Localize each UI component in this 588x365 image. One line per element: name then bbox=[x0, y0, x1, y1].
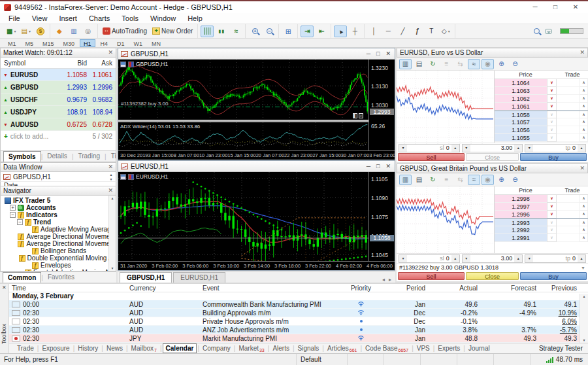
menu-window[interactable]: Window bbox=[144, 13, 182, 24]
calendar-scrollbar[interactable]: ▲▼ bbox=[580, 294, 588, 343]
zoom-in-button[interactable]: + bbox=[248, 26, 261, 37]
tab-details[interactable]: Details bbox=[42, 151, 72, 162]
dom-zoom-in-icon[interactable]: ⊕ bbox=[495, 175, 508, 185]
decrement-button[interactable]: ▾ bbox=[463, 255, 470, 262]
close-icon[interactable]: ✕ bbox=[580, 165, 585, 171]
gbpusd-window-titlebar[interactable]: GBPUSD,H1 ─ □ ✕ bbox=[118, 48, 395, 60]
sell-spin-button[interactable]: ∨ bbox=[547, 79, 557, 87]
close-icon[interactable]: ✕ bbox=[2, 285, 7, 290]
calendar-event-row[interactable]: 00:00AUDCommonwealth Bank Manufacturing … bbox=[9, 300, 588, 309]
search-icon[interactable] bbox=[534, 28, 540, 34]
timeframe-m15[interactable]: M15 bbox=[39, 39, 58, 47]
market-watch-row[interactable]: ▼EURUSD1.10581.1061 bbox=[1, 69, 116, 81]
restore-icon[interactable]: □ bbox=[376, 163, 380, 169]
column-previous[interactable]: Previous bbox=[539, 285, 580, 292]
increment-button[interactable]: ▴ bbox=[451, 145, 459, 152]
timeframe-d1[interactable]: D1 bbox=[113, 39, 129, 47]
close-icon[interactable]: ✕ bbox=[108, 188, 113, 194]
toolbox-tab-trade[interactable]: Trade bbox=[14, 344, 37, 353]
eurusd-chart-canvas[interactable]: EURUSD,H1 1.11051.10901.10751.10601.1045… bbox=[118, 172, 395, 270]
decrement-button[interactable]: ▾ bbox=[399, 145, 407, 152]
menu-charts[interactable]: Charts bbox=[83, 13, 116, 24]
expand-icon[interactable]: + bbox=[10, 205, 16, 211]
tab-trading[interactable]: Trading bbox=[73, 151, 105, 162]
toolbox-tab-alerts[interactable]: Alerts bbox=[270, 344, 292, 353]
increment-button[interactable]: ▴ bbox=[514, 145, 522, 152]
sell-spin-button[interactable]: ∨ bbox=[547, 195, 557, 203]
sell-spin-button[interactable]: ∨ bbox=[547, 87, 557, 95]
dom-zoom-out-icon[interactable]: ⊖ bbox=[509, 175, 521, 185]
calendar-event-row[interactable]: 02:30AUDANZ Job Advertisements m/mJan3.8… bbox=[9, 326, 588, 334]
sell-spin-button[interactable]: ∨ bbox=[547, 134, 557, 142]
buy-spin-button[interactable]: ∧ bbox=[580, 219, 588, 226]
close-button[interactable]: ✕ bbox=[567, 1, 584, 13]
tree-item-indicators[interactable]: −fIndicators bbox=[1, 211, 116, 218]
zoom-out-button[interactable]: − bbox=[263, 26, 276, 37]
tab-favorites[interactable]: Favorites bbox=[43, 272, 79, 283]
close-icon[interactable]: ✕ bbox=[385, 50, 391, 57]
buy-spin-button[interactable]: ∧ bbox=[580, 226, 588, 234]
dom-refresh-icon[interactable]: ↻ bbox=[427, 59, 439, 69]
dom-position-row[interactable]: #11392292 buy 3.00 GBPUSD 1.3018▼ bbox=[397, 263, 588, 271]
toolbox-tab-news[interactable]: News bbox=[104, 344, 125, 353]
toolbox-tab-calendar[interactable]: Calendar bbox=[163, 343, 197, 353]
dom-transfer-icon[interactable]: ⇆ bbox=[454, 175, 466, 185]
dom-depth-icon[interactable]: ≡ bbox=[440, 175, 453, 185]
chart-shift-button[interactable]: ⇤ bbox=[315, 26, 328, 37]
tree-item-average-directional-movement[interactable]: fAverage Directional Movement bbox=[1, 240, 116, 247]
market-watch-row[interactable]: ▲USDJPY108.91108.94 bbox=[1, 106, 116, 118]
sell-spin-button[interactable]: ∨ bbox=[547, 103, 557, 111]
restore-icon[interactable]: □ bbox=[376, 50, 380, 57]
tab-ticks[interactable]: Ticks bbox=[106, 151, 116, 162]
sl-field[interactable]: ▾sl0▴ bbox=[399, 254, 460, 263]
column-forecast[interactable]: Forecast bbox=[480, 285, 539, 292]
decrement-button[interactable]: ▾ bbox=[399, 255, 407, 262]
buy-spin-button[interactable]: ∧ bbox=[580, 234, 588, 242]
market-watch-button[interactable]: ◆ bbox=[53, 26, 66, 37]
minimize-icon[interactable]: ─ bbox=[367, 163, 370, 169]
sell-spin-button[interactable]: ∨ bbox=[547, 95, 557, 103]
eurusd-price-plot[interactable] bbox=[118, 172, 368, 261]
volume-field[interactable]: ▾3.00▴ bbox=[462, 144, 523, 152]
buy-spin-button[interactable]: ∧ bbox=[580, 95, 588, 103]
event-previous[interactable]: -5.7% bbox=[539, 326, 580, 334]
tree-item-trend[interactable]: −fTrend bbox=[1, 218, 116, 226]
scroll-up-icon[interactable]: ▲ bbox=[111, 196, 114, 200]
tree-item-fractal-adaptive-moving-ave[interactable]: fFractal Adaptive Moving Ave bbox=[1, 269, 116, 271]
sell-spin-button[interactable]: ∨ bbox=[547, 111, 557, 118]
scroll-up-icon[interactable]: ▲ bbox=[583, 294, 586, 298]
chat-icon[interactable] bbox=[545, 29, 552, 34]
candlestick-chart-button[interactable]: ▮▮ bbox=[215, 26, 228, 37]
eurusd-price-scale[interactable]: 1.11051.10901.10751.10601.10451.1058 bbox=[368, 172, 395, 261]
tab-common[interactable]: Common bbox=[3, 272, 41, 283]
buy-spin-button[interactable]: ∧ bbox=[580, 211, 588, 218]
toolbox-tab-mailbox[interactable]: Mailbox7 bbox=[129, 344, 159, 353]
timeframe-m1[interactable]: M1 bbox=[4, 39, 20, 47]
toolbox-tab-exposure[interactable]: Exposure bbox=[39, 344, 72, 353]
column-priority[interactable]: Priority bbox=[340, 285, 382, 292]
column-time[interactable]: Time bbox=[9, 285, 127, 292]
column-bid[interactable]: Bid bbox=[56, 60, 87, 67]
close-button[interactable]: Close bbox=[466, 153, 519, 161]
decrement-button[interactable]: ▾ bbox=[463, 145, 470, 152]
volume-field[interactable]: ▾3.00▴ bbox=[462, 254, 523, 263]
sl-field[interactable]: ▾sl0▴ bbox=[399, 144, 460, 152]
buy-spin-button[interactable]: ∧ bbox=[580, 203, 588, 211]
close-icon[interactable]: ✕ bbox=[108, 50, 113, 56]
buy-button[interactable]: Buy bbox=[520, 272, 587, 280]
eurusd-time-scale[interactable]: 31 Jan 20203 Feb 02:003 Feb 06:003 Feb 1… bbox=[118, 261, 395, 270]
tp-field[interactable]: ▾tp0▴ bbox=[525, 254, 586, 263]
buy-button[interactable]: Buy bbox=[520, 153, 587, 161]
gbpusd-chart-canvas[interactable]: GBPUSD,H1 #11392382 buy 3.00 ▌⌕ ADX Wild… bbox=[118, 60, 395, 160]
timeframe-m5[interactable]: M5 bbox=[22, 39, 38, 47]
event-previous[interactable]: 6.0% bbox=[539, 318, 580, 325]
tab-symbols[interactable]: Symbols bbox=[3, 151, 41, 162]
autotrading-button[interactable]: ∷AutoTrading bbox=[101, 26, 149, 37]
column-actual[interactable]: Actual bbox=[428, 285, 480, 292]
toolbox-tab-vps[interactable]: VPS bbox=[414, 344, 433, 353]
gbpusd-time-scale[interactable]: 30 Dec 20193 Jan 15:008 Jan 07:0010 Jan … bbox=[118, 150, 395, 160]
buy-spin-button[interactable]: ∧ bbox=[580, 103, 588, 111]
tree-item-accounts[interactable]: +Accounts bbox=[1, 204, 116, 211]
sell-spin-button[interactable]: ∨ bbox=[547, 118, 557, 126]
increment-button[interactable]: ▴ bbox=[451, 255, 459, 262]
